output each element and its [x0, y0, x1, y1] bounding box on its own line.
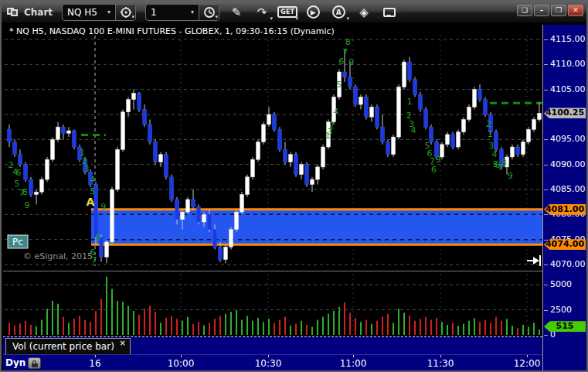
- candle-body: [305, 165, 309, 185]
- chevron-down-icon: ▾: [296, 15, 299, 22]
- setup-count-label: 2: [486, 119, 491, 129]
- candle-body: [376, 107, 379, 127]
- price-axis-label: 4115.00: [550, 34, 586, 44]
- candle-body: [229, 230, 233, 247]
- candle-body: [289, 155, 293, 162]
- get-data-button[interactable]: GET▾: [278, 4, 297, 21]
- time-axis-label: 10:00: [168, 358, 195, 369]
- time-axis-label: 16: [89, 358, 100, 369]
- time-axis-tick: [181, 355, 182, 357]
- chat-bubble-icon: [383, 8, 396, 17]
- tab-volume[interactable]: Vol (current price bar) ×: [5, 338, 131, 355]
- trendline-tool-button[interactable]: ↷▾: [253, 4, 271, 21]
- candle-body: [532, 119, 536, 129]
- chevron-down-icon: ▾: [132, 14, 135, 20]
- axis-tick: [544, 165, 548, 166]
- minimize-button[interactable]: –: [534, 5, 549, 16]
- candle-body: [46, 159, 49, 179]
- candle-body: [159, 155, 163, 162]
- candle-body: [251, 159, 255, 177]
- candle-body: [343, 72, 347, 77]
- candle-body: [138, 94, 141, 110]
- interval-input[interactable]: 1 ▾: [146, 5, 199, 20]
- popout-button[interactable]: ❏: [517, 5, 532, 16]
- chat-button[interactable]: [380, 4, 399, 21]
- axis-tick: [544, 264, 548, 265]
- indicator-tab-row: Vol (current price bar) ×: [3, 336, 542, 354]
- window-title: Chart: [24, 7, 53, 18]
- auto-a-icon: A: [332, 5, 345, 19]
- titlebar: Chart NQ H5 ▾ ▾ 1 ▾: [2, 2, 586, 23]
- candle-body: [235, 212, 239, 230]
- price-panel[interactable]: 2465789123456789123456789123456796213456…: [3, 25, 542, 271]
- setup-count-label: 4: [410, 125, 416, 135]
- price-axis-label: 4105.00: [550, 84, 586, 94]
- close-icon[interactable]: ×: [120, 339, 126, 347]
- price-axis-label: 4095.00: [550, 134, 586, 144]
- candle-body: [462, 119, 466, 131]
- panel-separator[interactable]: [3, 271, 542, 271]
- candle-body: [386, 142, 390, 155]
- axis-tick: [544, 310, 548, 311]
- price-axis[interactable]: 4115.004110.004105.004095.004090.004085.…: [542, 25, 588, 370]
- play-button[interactable]: ▶: [304, 4, 322, 21]
- candle-body: [132, 94, 136, 100]
- time-axis-tick: [268, 355, 269, 357]
- candle-body: [40, 179, 44, 192]
- setup-count-label: 4: [90, 175, 95, 185]
- chevron-down-icon[interactable]: ▾: [191, 9, 194, 15]
- symbol-input[interactable]: NQ H5 ▾: [63, 5, 115, 20]
- price-axis-label: 4110.00: [550, 59, 586, 69]
- candle-body: [370, 107, 374, 117]
- clock-icon: [203, 6, 216, 19]
- candle-body: [73, 131, 76, 147]
- volume-panel[interactable]: [3, 274, 542, 336]
- candle-body: [105, 242, 109, 257]
- symbol-settings-button[interactable]: ▾: [115, 5, 135, 20]
- candle-body: [29, 179, 33, 194]
- candle-body: [478, 90, 482, 100]
- price-axis-label: 4085.00: [550, 184, 586, 194]
- candle-body: [246, 177, 250, 195]
- gear-icon: [120, 6, 132, 19]
- candle-body: [403, 62, 406, 87]
- setup-count-label: 6: [338, 56, 344, 67]
- close-button[interactable]: ✕: [568, 5, 583, 16]
- setup-count-label: 9: [100, 202, 106, 212]
- chevron-down-icon: ▾: [347, 15, 350, 22]
- candle-body: [62, 127, 66, 133]
- candle-body: [467, 107, 471, 119]
- candle-body: [262, 125, 266, 142]
- candle-body: [154, 142, 158, 162]
- setup-count-label: 5: [14, 179, 19, 189]
- time-axis-tick: [440, 355, 441, 357]
- marker-a-label: A: [87, 196, 95, 208]
- candle-body: [527, 129, 531, 142]
- symbol-group: NQ H5 ▾ ▾: [62, 4, 136, 21]
- interval-group: 1 ▾ ▾: [145, 4, 219, 21]
- auto-trade-button[interactable]: A▾: [329, 4, 348, 21]
- candle-body: [165, 155, 168, 177]
- maximize-button[interactable]: ❒: [551, 5, 566, 16]
- candle-body: [278, 129, 282, 149]
- time-template-button[interactable]: ▾: [199, 5, 219, 20]
- candle-body: [213, 230, 217, 247]
- pc-study-text: Pc: [12, 237, 23, 247]
- draw-tool-button[interactable]: ✎: [227, 4, 246, 21]
- candle-body: [300, 165, 304, 175]
- lock-button[interactable]: [28, 357, 41, 369]
- strategy-button[interactable]: ◈: [355, 4, 373, 21]
- dyn-mode-label: Dyn: [5, 357, 25, 368]
- chevron-down-icon[interactable]: ▾: [107, 9, 110, 15]
- candle-body: [413, 80, 417, 94]
- tab-volume-label: Vol (current price bar): [12, 341, 114, 352]
- setup-count-label: 1: [407, 97, 413, 107]
- get-icon: GET: [277, 6, 297, 18]
- candle-body: [240, 194, 244, 212]
- setup-count-label: 4: [333, 107, 338, 117]
- candle-body: [148, 125, 152, 142]
- time-axis[interactable]: Dyn 1610:0010:3011:0011:3012:00: [3, 354, 588, 370]
- candle-body: [354, 87, 358, 104]
- chevron-down-icon: ▾: [216, 14, 219, 20]
- candle-body: [392, 137, 396, 155]
